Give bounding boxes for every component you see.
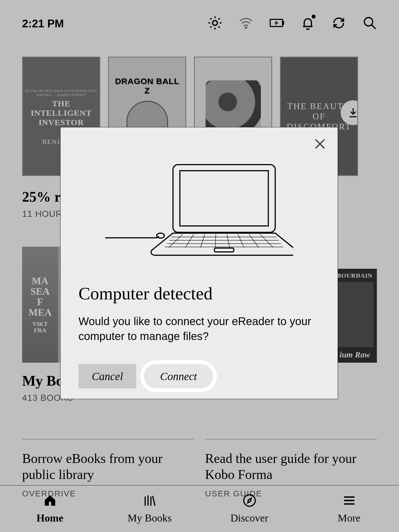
svg-marker-19 [248, 498, 251, 503]
nav-more[interactable]: More [299, 486, 399, 532]
svg-line-34 [185, 234, 194, 247]
svg-point-12 [364, 18, 373, 26]
close-icon[interactable] [313, 137, 327, 151]
nav-home[interactable]: Home [0, 486, 100, 532]
svg-line-7 [210, 26, 212, 28]
sync-icon[interactable] [332, 16, 346, 31]
books-icon [141, 494, 158, 509]
svg-line-33 [169, 234, 183, 247]
dialog-message: Would you like to connect your eReader t… [78, 314, 320, 344]
svg-line-17 [153, 496, 155, 505]
svg-line-36 [215, 234, 216, 247]
svg-rect-28 [214, 248, 234, 252]
svg-line-38 [238, 234, 244, 247]
connect-button[interactable]: Connect [144, 364, 213, 388]
computer-detected-dialog: Computer detected Would you like to conn… [60, 127, 338, 399]
svg-point-18 [244, 495, 255, 506]
svg-line-6 [218, 26, 220, 28]
notifications-icon[interactable] [301, 16, 315, 31]
svg-rect-27 [180, 171, 268, 226]
bottom-nav: Home My Books Discover More [0, 485, 399, 532]
nav-my-books[interactable]: My Books [100, 486, 200, 532]
svg-rect-11 [282, 21, 284, 24]
svg-line-40 [260, 234, 273, 247]
status-bar: 2:21 PM [0, 0, 399, 47]
status-icons [208, 16, 377, 31]
connect-highlight: Connect [140, 360, 217, 392]
svg-rect-26 [173, 165, 275, 232]
brightness-icon[interactable] [208, 16, 222, 31]
svg-line-39 [249, 234, 259, 247]
svg-line-35 [201, 234, 205, 247]
svg-point-0 [212, 20, 217, 25]
svg-line-5 [210, 18, 212, 20]
laptop-icon [78, 162, 320, 259]
svg-point-25 [157, 233, 164, 238]
cancel-button[interactable]: Cancel [78, 364, 136, 388]
svg-line-37 [227, 234, 230, 247]
compass-icon [241, 494, 258, 509]
battery-charging-icon [270, 16, 284, 31]
svg-line-13 [372, 25, 376, 29]
search-icon[interactable] [363, 16, 377, 31]
nav-discover[interactable]: Discover [200, 486, 299, 532]
menu-icon [341, 494, 358, 509]
svg-point-9 [245, 27, 246, 28]
wifi-icon[interactable] [239, 16, 253, 31]
book-cover[interactable]: BOURDAIN ium Raw [333, 269, 377, 363]
dialog-title: Computer detected [78, 283, 320, 304]
clock: 2:21 PM [22, 17, 64, 30]
home-icon [42, 494, 58, 509]
svg-line-8 [218, 18, 220, 20]
